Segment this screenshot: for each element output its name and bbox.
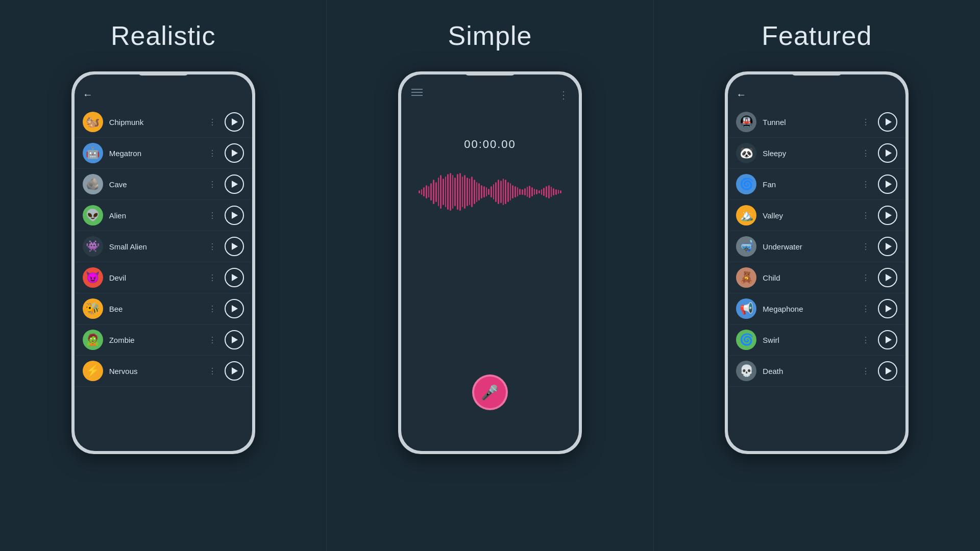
- featured-phone: ← 🚇 Tunnel ⋮ 🐼 Sleepy ⋮ 🌀 Fan ⋮: [725, 71, 909, 454]
- item-more-button[interactable]: ⋮: [860, 148, 872, 158]
- phone-notch-2: [464, 71, 516, 76]
- waveform-bar: [464, 175, 465, 208]
- play-button[interactable]: [225, 174, 244, 194]
- voice-icon: 🏔️: [736, 205, 756, 226]
- play-button[interactable]: [225, 330, 244, 349]
- waveform-bar: [546, 186, 547, 197]
- voice-icon: 🪨: [83, 174, 103, 194]
- item-more-button[interactable]: ⋮: [860, 366, 872, 376]
- waveform-bar: [478, 183, 480, 201]
- play-button[interactable]: [878, 206, 897, 225]
- waveform-bar: [447, 174, 449, 210]
- waveform-bar: [435, 182, 437, 202]
- play-button[interactable]: [225, 237, 244, 256]
- simple-title: Simple: [448, 20, 532, 51]
- waveform-bar: [531, 187, 533, 196]
- back-button-featured[interactable]: ←: [736, 89, 746, 101]
- voice-name: Cave: [109, 180, 200, 189]
- voice-icon: 📢: [736, 298, 756, 319]
- item-more-button[interactable]: ⋮: [860, 273, 872, 283]
- item-more-button[interactable]: ⋮: [206, 117, 218, 127]
- waveform-bar: [522, 189, 523, 195]
- hamburger-line: [411, 89, 423, 90]
- hamburger-line: [411, 92, 423, 93]
- play-button[interactable]: [878, 112, 897, 132]
- list-item: 🤿 Underwater ⋮: [728, 231, 905, 262]
- play-button[interactable]: [878, 174, 897, 194]
- list-item: 💀 Death ⋮: [728, 356, 905, 387]
- item-more-button[interactable]: ⋮: [860, 304, 872, 314]
- play-button[interactable]: [878, 299, 897, 318]
- item-more-button[interactable]: ⋮: [860, 242, 872, 252]
- voice-icon: 🧸: [736, 267, 756, 288]
- voice-icon: 🐿️: [83, 112, 103, 132]
- voice-icon: 💀: [736, 361, 756, 381]
- waveform-bar: [534, 189, 535, 195]
- play-button[interactable]: [878, 268, 897, 287]
- play-button[interactable]: [225, 268, 244, 287]
- waveform-bar: [443, 179, 444, 205]
- back-button[interactable]: ←: [83, 89, 93, 101]
- play-icon: [886, 305, 892, 312]
- waveform-bar: [495, 182, 497, 202]
- play-icon: [886, 336, 892, 343]
- play-button[interactable]: [225, 361, 244, 381]
- play-icon: [232, 118, 238, 126]
- voice-name: Bee: [109, 305, 200, 313]
- featured-screen: ← 🚇 Tunnel ⋮ 🐼 Sleepy ⋮ 🌀 Fan ⋮: [728, 74, 905, 451]
- item-more-button[interactable]: ⋮: [206, 148, 218, 158]
- simple-screen: ⋮ 00:00.00 🎤: [401, 74, 579, 451]
- item-more-button[interactable]: ⋮: [206, 242, 218, 252]
- item-more-button[interactable]: ⋮: [206, 304, 218, 314]
- waveform-bar: [514, 186, 516, 197]
- item-more-button[interactable]: ⋮: [206, 366, 218, 376]
- item-more-button[interactable]: ⋮: [860, 117, 872, 127]
- waveform-bar: [491, 186, 492, 197]
- waveform-bar: [457, 174, 458, 210]
- menu-button[interactable]: [411, 89, 423, 101]
- waveform-bar: [421, 189, 423, 195]
- play-button[interactable]: [225, 299, 244, 318]
- item-more-button[interactable]: ⋮: [206, 211, 218, 220]
- play-button[interactable]: [878, 330, 897, 349]
- list-item: 😈 Devil ⋮: [75, 262, 252, 293]
- item-more-button[interactable]: ⋮: [206, 335, 218, 345]
- item-more-button[interactable]: ⋮: [860, 211, 872, 220]
- play-button[interactable]: [878, 237, 897, 256]
- waveform-bar: [450, 173, 451, 211]
- waveform-bar: [469, 179, 471, 205]
- record-button[interactable]: 🎤: [472, 374, 508, 410]
- item-more-button[interactable]: ⋮: [206, 180, 218, 189]
- play-button[interactable]: [878, 361, 897, 381]
- waveform-bar: [428, 186, 430, 197]
- timer-display: 00:00.00: [464, 138, 516, 151]
- item-more-button[interactable]: ⋮: [860, 335, 872, 345]
- waveform-bar: [503, 179, 504, 205]
- voice-icon: ⚡: [83, 361, 103, 381]
- play-button[interactable]: [225, 112, 244, 132]
- waveform-bar: [419, 190, 420, 194]
- more-options-icon[interactable]: ⋮: [558, 89, 569, 101]
- realistic-screen: ← 🐿️ Chipmunk ⋮ 🤖 Megatron ⋮ 🪨 Cave ⋮: [75, 74, 252, 451]
- play-icon: [886, 118, 892, 126]
- realistic-column: Realistic ← 🐿️ Chipmunk ⋮ 🤖 Megatron ⋮: [0, 0, 327, 551]
- waveform-bar: [486, 187, 487, 196]
- play-icon: [232, 336, 238, 343]
- list-item: 🧸 Child ⋮: [728, 262, 905, 293]
- waveform-bar: [517, 187, 519, 196]
- phone-notch: [138, 71, 189, 76]
- waveform-bar: [498, 180, 499, 204]
- play-button[interactable]: [878, 143, 897, 163]
- play-icon: [886, 181, 892, 188]
- realistic-title: Realistic: [111, 20, 216, 51]
- voice-icon: 🧟: [83, 330, 103, 350]
- play-button[interactable]: [225, 206, 244, 225]
- play-button[interactable]: [225, 143, 244, 163]
- waveform-bar: [423, 187, 425, 196]
- item-more-button[interactable]: ⋮: [860, 180, 872, 189]
- voice-name: Megatron: [109, 149, 200, 158]
- voice-name: Megaphone: [763, 305, 853, 313]
- item-more-button[interactable]: ⋮: [206, 273, 218, 283]
- waveform-bar: [541, 189, 543, 195]
- play-icon: [232, 305, 238, 312]
